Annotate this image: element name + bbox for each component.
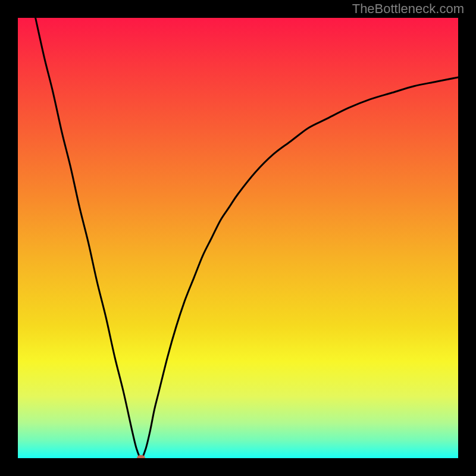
plot-area bbox=[18, 18, 458, 458]
attribution-text: TheBottleneck.com bbox=[352, 1, 464, 17]
bottleneck-curve bbox=[18, 18, 458, 458]
minimum-marker bbox=[137, 455, 145, 459]
